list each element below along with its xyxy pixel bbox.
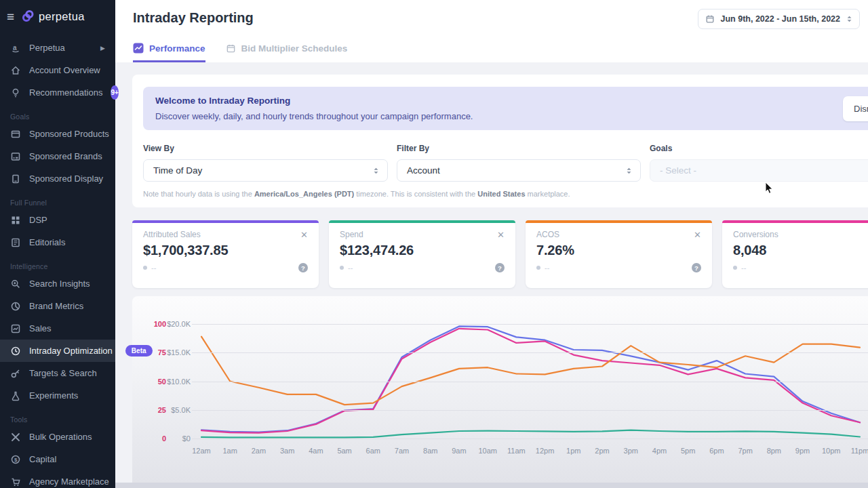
close-icon[interactable]: ✕ (300, 230, 308, 239)
legend-dashes: -- (151, 264, 156, 272)
sidebar-item-label: Account Overview (29, 65, 100, 75)
sidebar: ≡ perpetua aPerpetua▶Account OverviewRec… (0, 0, 115, 488)
y-axis-dollar-tick: $20.0K (166, 320, 191, 328)
legend-dot-icon (733, 266, 737, 270)
legend-dashes: -- (348, 264, 353, 272)
y-axis-dollar-tick: $15.0K (166, 348, 191, 357)
help-icon[interactable]: ? (495, 263, 505, 272)
tab-performance[interactable]: Performance (133, 43, 205, 62)
sidebar-item-capital[interactable]: $Capital (0, 448, 115, 470)
sidebar-header: ≡ perpetua (0, 0, 115, 33)
x-axis-tick: 5pm (681, 447, 695, 455)
sidebar-item-label: Bulk Operations (29, 432, 92, 442)
x-axis-tick: 12pm (536, 447, 555, 455)
x-axis-tick: 7am (395, 447, 409, 455)
sidebar-item-search-insights[interactable]: Search Insights (0, 272, 115, 295)
perpetua-logo[interactable]: perpetua (21, 9, 85, 23)
app-window: ≡ perpetua aPerpetua▶Account OverviewRec… (0, 0, 868, 488)
banner-subtitle: Discover weekly, daily, and hourly trend… (155, 111, 473, 121)
chart-line-acos (201, 337, 860, 405)
svg-text:a: a (13, 44, 17, 52)
sidebar-item-perpetua[interactable]: aPerpetua▶ (0, 37, 115, 59)
sidebar-item-sales[interactable]: Sales (0, 317, 115, 340)
flask-icon (10, 390, 21, 401)
metric-card-label: Spend (340, 230, 363, 239)
tab-bid-multiplier-label: Bid Multiplier Schedules (241, 43, 348, 54)
metric-cards-row: Attributed Sales✕$1,700,337.85--?Spend✕$… (132, 220, 868, 288)
goals-label: Goals (650, 144, 868, 153)
y-axis-percent-tick: 50 (142, 378, 166, 386)
sidebar-item-experiments[interactable]: Experiments (0, 384, 115, 407)
close-icon[interactable]: ✕ (497, 230, 505, 239)
sidebar-section-goals: Goals (0, 104, 115, 123)
sidebar-item-label: Recommendations (29, 87, 102, 98)
hamburger-menu-icon[interactable]: ≡ (7, 10, 14, 23)
y-axis-dollar-tick: $10.0K (166, 378, 191, 386)
dismiss-button[interactable]: Dismiss (843, 96, 868, 121)
chart-gridline (192, 352, 868, 353)
y-axis-percent-tick: 0 (142, 434, 166, 443)
filter-by-select[interactable]: Account (397, 159, 641, 182)
sidebar-item-label: Perpetua (29, 43, 65, 53)
sidebar-item-label: Sponsored Display (29, 174, 103, 184)
sidebar-item-dsp[interactable]: DSP (0, 209, 115, 231)
metric-card-value: 8,048 (733, 243, 868, 258)
sidebar-item-sponsored-products[interactable]: Sponsored Products (0, 123, 115, 145)
card-accent-bar (526, 220, 712, 223)
logo-text: perpetua (39, 10, 85, 23)
view-by-value: Time of Day (153, 165, 202, 176)
help-icon[interactable]: ? (298, 263, 308, 272)
metric-card-value: $123,474.26 (340, 243, 505, 258)
home-icon (10, 65, 21, 76)
sidebar-item-agency-marketplace[interactable]: Agency Marketplace (0, 470, 115, 488)
sidebar-item-editorials[interactable]: Editorials (0, 231, 115, 253)
count-badge: 9+ (111, 85, 118, 100)
metric-card-attributed-sales: Attributed Sales✕$1,700,337.85--? (132, 220, 319, 288)
sidebar-item-label: Intraday Optimization (29, 346, 113, 356)
chart-gridline (192, 410, 868, 411)
perpetua-logo-icon (21, 9, 35, 23)
updown-chevron-icon (626, 167, 632, 175)
filter-by-filter: Filter By Account (397, 144, 641, 182)
x-axis-tick: 10pm (822, 447, 841, 455)
sidebar-item-bulk-operations[interactable]: Bulk Operations (0, 426, 115, 448)
x-axis-tick: 12am (192, 447, 211, 455)
sidebar-item-label: Sponsored Products (29, 129, 109, 139)
help-icon[interactable]: ? (692, 263, 701, 272)
tab-performance-label: Performance (149, 43, 205, 54)
sidebar-section-tools: Tools (0, 407, 115, 426)
beta-badge: Beta (125, 345, 153, 357)
x-axis-tick: 9pm (795, 447, 810, 455)
timezone-note: Note that hourly data is using the Ameri… (143, 190, 570, 198)
metric-card-value: 7.26% (536, 243, 701, 258)
box-icon (10, 129, 21, 140)
sidebar-item-recommendations[interactable]: Recommendations9+ (0, 81, 115, 104)
sidebar-item-brand-metrics[interactable]: Brand Metrics (0, 295, 115, 317)
y-axis-dollar-tick: $5.0K (166, 406, 191, 414)
tab-bid-multiplier-schedules[interactable]: Bid Multiplier Schedules (226, 43, 348, 62)
close-icon[interactable]: ✕ (694, 230, 701, 239)
sidebar-item-account-overview[interactable]: Account Overview (0, 59, 115, 81)
page-bottom-strip (115, 483, 868, 488)
x-axis-tick: 11pm (851, 447, 868, 455)
sidebar-item-intraday-optimization[interactable]: Intraday OptimizationBeta (0, 340, 115, 362)
goals-select[interactable]: - Select - (650, 159, 868, 182)
content-area: Welcome to Intraday Reporting Discover w… (115, 62, 868, 488)
date-range-picker[interactable]: Jun 9th, 2022 - Jun 15th, 2022 (698, 9, 860, 29)
sidebar-item-sponsored-brands[interactable]: Sponsored Brands (0, 145, 115, 167)
tools-icon (10, 432, 21, 443)
metric-card-acos: ACOS✕7.26%--? (526, 220, 712, 288)
x-axis-tick: 1pm (566, 447, 580, 455)
x-axis-tick: 10am (478, 447, 497, 455)
x-axis-tick: 8am (423, 447, 437, 455)
page-title: Intraday Reporting (133, 10, 254, 26)
view-by-select[interactable]: Time of Day (143, 159, 388, 182)
display-icon (10, 174, 21, 184)
chart-gridline (192, 439, 868, 439)
view-by-filter: View By Time of Day (143, 144, 388, 182)
sidebar-item-targets-search[interactable]: Targets & Search (0, 362, 115, 384)
chart-gridline (192, 324, 868, 325)
schedule-calendar-icon (226, 43, 236, 54)
sidebar-item-sponsored-display[interactable]: Sponsored Display (0, 167, 115, 190)
updown-chevron-icon (373, 167, 379, 175)
